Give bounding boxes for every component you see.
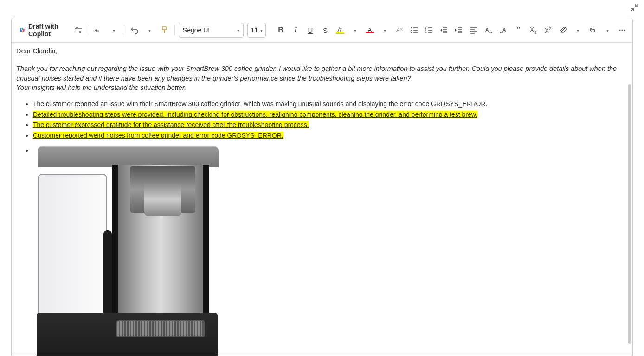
attach-dropdown[interactable]: ▾ <box>571 23 584 37</box>
ellipsis-icon <box>618 26 626 34</box>
copilot-label: Draft with Copilot <box>28 23 66 38</box>
email-body[interactable]: Dear Claudia, Thank you for reaching out… <box>12 43 632 356</box>
svg-point-0 <box>76 27 78 29</box>
svg-point-16 <box>624 29 625 31</box>
intro-line1: Thank you for reaching out regarding the… <box>16 65 617 82</box>
separator <box>174 25 175 35</box>
intro-line2: Your insights will help me understand th… <box>16 84 186 91</box>
quote-button[interactable]: ” <box>512 23 525 37</box>
undo-dropdown[interactable]: ▾ <box>143 23 156 37</box>
format-painter-button[interactable] <box>158 23 171 37</box>
product-image[interactable] <box>33 146 222 356</box>
svg-rect-4 <box>164 30 165 33</box>
greeting-text: Dear Claudia, <box>16 46 628 56</box>
highlight-dropdown[interactable]: ▾ <box>348 23 361 37</box>
svg-point-7 <box>411 30 412 31</box>
attach-button[interactable] <box>556 23 569 37</box>
ltr-button[interactable]: A <box>482 23 495 37</box>
svg-point-15 <box>621 29 623 31</box>
scrollbar[interactable] <box>628 84 631 344</box>
svg-text:aₐ: aₐ <box>94 27 100 33</box>
font-family-select[interactable]: Segoe UI ▾ <box>179 23 244 38</box>
link-button[interactable] <box>586 23 599 37</box>
font-family-value: Segoe UI <box>183 26 210 34</box>
copilot-options-button[interactable] <box>72 23 85 37</box>
separator <box>89 25 89 35</box>
intro-paragraph: Thank you for reaching out regarding the… <box>16 64 628 92</box>
collapse-icon[interactable] <box>630 3 639 13</box>
list-item: The customer reported an issue with thei… <box>33 100 628 109</box>
font-size-select[interactable]: 11 ▾ <box>247 23 266 38</box>
increase-indent-button[interactable] <box>452 23 465 37</box>
bullet-list-button[interactable] <box>408 23 421 37</box>
link-icon <box>588 26 597 34</box>
superscript-button[interactable]: X2 <box>541 23 554 37</box>
svg-text:A: A <box>396 27 400 33</box>
more-options-button[interactable] <box>616 23 629 37</box>
font-size-value: 11 <box>251 26 258 34</box>
underline-button[interactable]: U <box>304 23 317 37</box>
clear-formatting-button[interactable]: A <box>393 23 406 37</box>
svg-point-8 <box>411 32 412 33</box>
chevron-down-icon: ▾ <box>260 28 263 33</box>
numbered-list-button[interactable]: 123 <box>423 23 436 37</box>
italic-button[interactable]: I <box>289 23 302 37</box>
bullet-text: Customer reported weird noises from coff… <box>33 132 283 139</box>
svg-text:A: A <box>502 27 506 32</box>
undo-button[interactable] <box>128 23 141 37</box>
svg-text:A: A <box>485 27 489 32</box>
list-item <box>33 146 628 356</box>
draft-with-copilot-button[interactable]: Draft with Copilot <box>15 21 70 39</box>
separator <box>124 25 124 35</box>
list-item: Detailed troubleshooting steps were prov… <box>33 110 628 120</box>
copilot-icon <box>19 25 26 35</box>
chevron-down-icon: ▾ <box>237 28 239 33</box>
bold-button[interactable]: B <box>274 23 287 37</box>
bullet-text: Detailed troubleshooting steps were prov… <box>33 111 477 118</box>
svg-point-1 <box>79 31 81 33</box>
bullet-list: The customer reported an issue with thei… <box>33 100 628 356</box>
case-dropdown[interactable]: ▾ <box>107 23 120 37</box>
email-editor: Draft with Copilot aₐ ▾ ▾ Segoe UI ▾ 11 … <box>11 18 633 356</box>
svg-rect-3 <box>162 27 166 30</box>
svg-point-14 <box>619 29 620 31</box>
list-item: The customer expressed gratitude for the… <box>33 121 628 130</box>
rtl-button[interactable]: A <box>497 23 510 37</box>
bullet-text: The customer expressed gratitude for the… <box>33 121 309 128</box>
decrease-indent-button[interactable] <box>438 23 451 37</box>
email-body-scroll[interactable]: Dear Claudia, Thank you for reaching out… <box>12 43 632 356</box>
font-color-button[interactable]: A <box>363 23 376 37</box>
svg-point-6 <box>411 27 412 29</box>
highlight-button[interactable] <box>334 23 347 37</box>
bullet-text: The customer reported an issue with thei… <box>33 100 487 108</box>
svg-text:3: 3 <box>425 31 427 34</box>
subscript-button[interactable]: X2 <box>527 23 540 37</box>
formatting-toolbar: Draft with Copilot aₐ ▾ ▾ Segoe UI ▾ 11 … <box>12 18 632 43</box>
font-color-dropdown[interactable]: ▾ <box>378 23 391 37</box>
paperclip-icon <box>559 26 567 34</box>
link-dropdown[interactable]: ▾ <box>601 23 614 37</box>
list-item: Customer reported weird noises from coff… <box>33 131 628 140</box>
align-button[interactable] <box>467 23 480 37</box>
strikethrough-button[interactable]: S <box>319 23 332 37</box>
case-button[interactable]: aₐ <box>92 23 105 37</box>
